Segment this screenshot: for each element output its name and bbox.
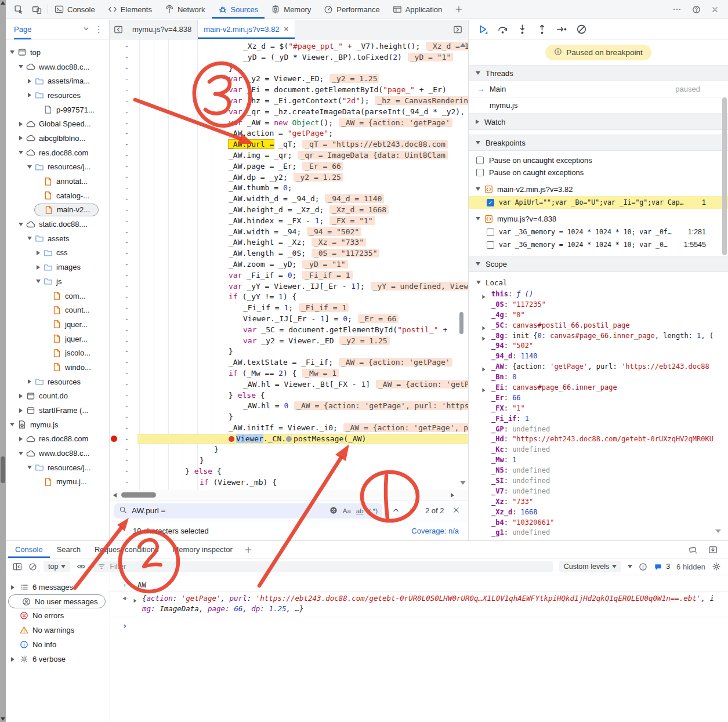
scope-var-_GP[interactable]: _GP: undefined [469,425,728,435]
tree-item-mymu-js[interactable]: mymu.js [6,418,109,432]
line-gutter[interactable]: - [110,161,137,172]
step-icon[interactable] [556,24,567,35]
line-gutter[interactable]: - [110,314,137,325]
chevron-down-icon[interactable] [27,237,32,240]
chevron-down-icon[interactable] [476,187,480,191]
chevron-down-icon[interactable] [476,141,480,144]
tree-item-www-doc88-c-[interactable]: www.doc88.c... [6,60,109,74]
tree-item-global-speed-[interactable]: Global Speed... [6,117,109,131]
tree-item-jquer-[interactable]: jquer... [6,317,109,332]
section-watch[interactable]: Watch [469,114,728,130]
line-gutter[interactable]: - [110,74,137,85]
tree-item-jscolo-[interactable]: jscolo... [6,346,109,360]
breakpoint-group[interactable]: mymu.js?v=4.838 [469,212,728,226]
context-selector[interactable]: top [44,561,70,572]
console-messages[interactable]: ›_AW◂·{action: 'getPage', purl: 'https:/… [110,575,728,722]
line-gutter[interactable]: - [110,150,137,161]
tab-elements[interactable]: Elements [102,0,158,19]
breakpoint-checkbox[interactable] [487,228,494,236]
chevron-right-icon[interactable] [11,585,15,590]
line-gutter[interactable]: - [110,303,137,314]
tree-item-www-doc88-c-[interactable]: www.doc88.c... [6,446,109,460]
chevron-down-icon[interactable] [476,217,480,220]
tree-item-res-doc88-com[interactable]: res.doc88.com [6,432,109,447]
scope-var-_Bn[interactable]: _Bn: 0 [469,372,728,383]
drawer-tab-search[interactable]: Search [50,541,88,558]
code-line[interactable]: -_AW.initIf = Viewer._i0; _AW = {action:… [110,423,468,434]
line-gutter[interactable]: - [110,194,137,205]
line-gutter[interactable]: - [110,390,137,401]
line-gutter[interactable]: - [110,466,137,477]
chevron-right-icon[interactable] [28,93,31,97]
code-line[interactable]: -_AW.height = _Xz; _Xz = "733" [110,237,468,248]
log-levels-dropdown[interactable]: Custom levels [559,561,622,572]
device-dropdown-icon[interactable] [628,565,632,568]
tree-item-images[interactable]: images [6,260,109,274]
line-gutter[interactable]: - [110,41,137,52]
chevron-right-icon[interactable] [19,122,23,126]
chevron-down-icon[interactable] [19,223,23,226]
code-line[interactable]: -} [110,412,468,423]
scope-var-_Kc[interactable]: _Kc: undefined [469,445,728,455]
tab-application[interactable]: Application [386,0,449,19]
code-line[interactable]: -} else { [110,466,468,477]
line-gutter[interactable]: - [110,455,137,466]
console-filter-input[interactable]: Filter [92,561,552,572]
code-line[interactable]: -} [110,63,468,74]
search-query[interactable]: AW.purl = [132,506,165,515]
tab-memory[interactable]: Memory [265,0,317,19]
console-echo-row[interactable]: ›_AW [110,578,728,592]
inline-breakpoint-gray-icon[interactable] [286,436,292,442]
code-line[interactable]: -var _Fi_if = 0; _Fi_if = 1 [110,270,468,281]
file-tab-inactive[interactable]: mymu.js?v=4.838 [126,20,197,39]
line-gutter[interactable]: - [110,237,137,248]
code-line[interactable]: -var _yY = Viewer._IJ[_Er - 1]; _yY = un… [110,281,468,292]
tab-network[interactable]: Network [158,0,212,19]
editor-scroll-down-icon[interactable] [460,481,466,485]
code-line[interactable]: -Viewer._IJ[_Er - 1] = 0; _Er = 66 [110,314,468,325]
code-line[interactable]: -if (_Mw == 2) { _Mw = 1 [110,368,468,379]
close-search-icon[interactable] [452,506,460,516]
scroll-thumb[interactable] [1,456,5,483]
line-gutter[interactable]: - [110,292,137,303]
line-gutter[interactable]: - [110,205,137,216]
line-gutter[interactable]: - [110,477,137,488]
chevron-right-icon[interactable] [19,136,23,140]
code-line[interactable]: -_AW.width_d = _94_d; _94_d = 1140 [110,194,468,205]
panel-scroll-down-icon[interactable] [715,529,721,533]
code-line[interactable]: -_AW.thumb = 0; [110,183,468,194]
code-line[interactable]: -_AW.img = _qr; _qr = ImageData {data: U… [110,150,468,161]
line-gutter[interactable]: - [110,85,137,96]
breakpoint-group[interactable]: main-v2.min.js?v=3.82 [469,182,728,196]
chevron-down-icon[interactable] [19,452,23,455]
tree-item-assets[interactable]: assets [6,231,109,246]
tree-item-static-doc88-[interactable]: static.doc88.... [6,217,109,231]
tree-item-mymu-j-[interactable]: mymu.j... [6,475,109,489]
code-line[interactable]: -var _qr = _hz.createImageData(parseInt(… [110,107,468,118]
section-scope[interactable]: Scope [469,256,728,272]
scroll-down-arrow-icon[interactable] [1,717,5,721]
hscroll-right-icon[interactable] [451,493,454,498]
chevron-right-icon[interactable] [482,368,485,372]
tree-item-resources[interactable]: resources [6,88,109,103]
panel-left-icon[interactable] [13,562,22,571]
chevron-right-icon[interactable] [28,79,31,84]
scope-group-local[interactable]: Local [469,275,728,289]
more-options-icon[interactable]: ⋮ [95,24,103,35]
code-line[interactable]: -} [110,455,468,466]
panel-scroll-thumb[interactable] [722,97,727,255]
scope-var-_Xz_d[interactable]: _Xz_d: 1668 [469,507,728,518]
tab-performance[interactable]: Performance [317,0,386,19]
chevron-down-icon[interactable] [27,466,32,469]
hscroll-thumb[interactable] [121,492,156,498]
scope-var-_N5[interactable]: _N5: undefined [469,466,728,476]
chevron-right-icon[interactable] [19,394,23,398]
chevron-down-icon[interactable] [10,50,15,54]
inline-breakpoint-red-icon[interactable] [229,436,234,442]
chevron-right-icon[interactable] [134,599,137,603]
file-tab-active[interactable]: main-v2.min.js?v=3.82✕ [197,20,295,39]
chevron-right-icon[interactable] [476,119,479,124]
section-breakpoints[interactable]: Breakpoints [469,135,728,151]
clear-search-icon[interactable] [329,506,338,516]
line-gutter[interactable]: - [110,444,137,455]
